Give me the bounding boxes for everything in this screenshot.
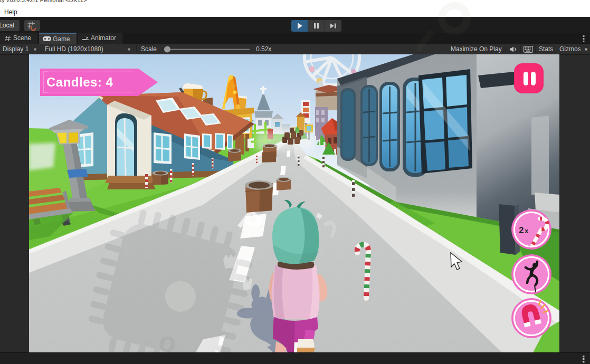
- svg-text:x: x: [525, 227, 529, 235]
- svg-text:Candles: 4: Candles: 4: [46, 75, 113, 89]
- svg-text:2: 2: [519, 225, 524, 235]
